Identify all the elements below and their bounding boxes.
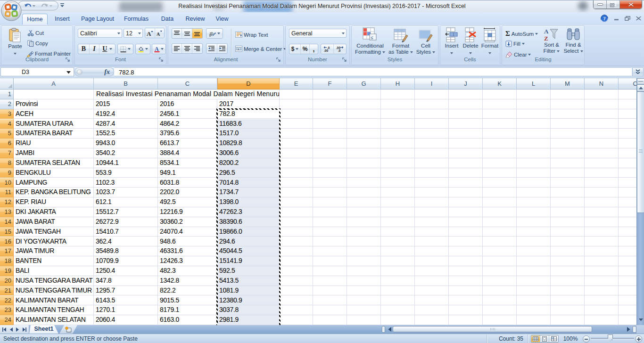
row-header-12[interactable]: 12 <box>0 197 14 207</box>
fill-button[interactable]: Fill <box>505 41 525 47</box>
increase-decimal-button[interactable]: .0 .00 <box>321 44 334 54</box>
cell-A10[interactable]: LAMPUNG <box>14 178 94 188</box>
cell-A15[interactable]: JAWA TENGAH <box>14 227 94 237</box>
cell-B6[interactable]: 9943.0 <box>94 139 158 148</box>
row-header-20[interactable]: 20 <box>0 276 14 286</box>
cell-B1-overflow-text[interactable]: Realisasi Investasi Penanaman Modal Dala… <box>94 90 279 99</box>
cell-A20[interactable]: NUSA TENGGARA BARAT <box>14 276 94 286</box>
cell-A16[interactable]: DI YOGYAKARTA <box>14 237 94 247</box>
cell-A21[interactable]: NUSA TENGGARA TIMUR <box>14 286 94 296</box>
expand-formula-bar-icon[interactable] <box>632 67 644 76</box>
row-header-13[interactable]: 13 <box>0 207 14 217</box>
row-header-3[interactable]: 3 <box>0 109 14 119</box>
cell-C24[interactable]: 6163.0 <box>158 315 217 325</box>
previous-sheet-icon[interactable] <box>9 327 13 332</box>
number-format-combo[interactable]: General <box>289 29 347 38</box>
workbook-minimize-icon[interactable] <box>614 16 619 21</box>
column-header-H[interactable]: H <box>381 78 415 90</box>
column-header-D[interactable]: D <box>217 78 280 90</box>
redo-icon[interactable] <box>41 2 49 9</box>
column-header-O[interactable]: O <box>619 78 636 90</box>
cell-A22[interactable]: KALIMANTAN BARAT <box>14 296 94 306</box>
maximize-restore-button[interactable] <box>607 0 620 8</box>
cell-B5[interactable]: 1552.5 <box>94 129 158 139</box>
bold-button[interactable]: B <box>78 44 90 54</box>
orientation-button[interactable]: ab <box>206 28 223 39</box>
column-header-G[interactable]: G <box>347 78 381 90</box>
cell-B17[interactable]: 35489.8 <box>94 246 158 256</box>
cell-B23[interactable]: 1270.1 <box>94 305 158 315</box>
select-all-corner[interactable] <box>0 78 14 90</box>
cell-A12[interactable]: KEP. RIAU <box>14 197 94 207</box>
horizontal-scroll-thumb[interactable] <box>393 326 592 332</box>
cell-B3[interactable]: 4192.4 <box>94 109 158 119</box>
decrease-decimal-button[interactable]: .00 .0 <box>334 44 346 54</box>
insert-cells-button[interactable]: Insert <box>442 27 461 56</box>
cell-B8[interactable]: 10944.1 <box>94 158 158 168</box>
office-button[interactable] <box>1 0 22 21</box>
workbook-restore-icon[interactable] <box>625 16 630 21</box>
cell-C10[interactable]: 6031.8 <box>158 178 217 188</box>
row-header-18[interactable]: 18 <box>0 256 14 266</box>
sort-filter-button[interactable]: A Z Sort & Filter <box>541 27 562 54</box>
font-dialog-launcher-icon[interactable] <box>159 57 165 63</box>
row-header-22[interactable]: 22 <box>0 296 14 306</box>
autosum-button[interactable]: Σ AutoSum <box>505 30 538 38</box>
align-left-button[interactable] <box>172 44 182 53</box>
percent-style-button[interactable]: % <box>301 44 310 54</box>
comma-style-button[interactable]: , <box>310 44 318 54</box>
copy-button[interactable]: Copy <box>27 40 48 47</box>
tab-page-layout[interactable]: Page Layout <box>76 14 119 24</box>
cell-B2[interactable]: 2015 <box>94 99 158 109</box>
cell-C23[interactable]: 8179.1 <box>158 305 217 315</box>
cell-B18[interactable]: 10709.9 <box>94 256 158 266</box>
top-align-button[interactable] <box>172 29 182 38</box>
row-header-10[interactable]: 10 <box>0 178 14 188</box>
last-sheet-icon[interactable] <box>23 327 26 332</box>
tab-home[interactable]: Home <box>22 14 48 24</box>
cell-C9[interactable]: 949.1 <box>158 168 217 178</box>
fill-color-button[interactable] <box>135 44 150 54</box>
cell-B15[interactable]: 15410.7 <box>94 227 158 237</box>
row-header-15[interactable]: 15 <box>0 227 14 237</box>
align-center-button[interactable] <box>182 44 192 53</box>
italic-button[interactable]: I <box>90 44 100 54</box>
cell-A7[interactable]: JAMBI <box>14 148 94 158</box>
cell-B10[interactable]: 1102.3 <box>94 178 158 188</box>
cell-A23[interactable]: KALIMANTAN TENGAH <box>14 305 94 315</box>
cell-C20[interactable]: 1342.8 <box>158 276 217 286</box>
cell-A13[interactable]: DKI JAKARTA <box>14 207 94 217</box>
normal-view-button[interactable] <box>531 335 540 342</box>
font-size-combo[interactable]: 12 <box>124 29 143 38</box>
cell-B11[interactable]: 1023.7 <box>94 188 158 197</box>
clipboard-dialog-launcher-icon[interactable] <box>66 57 71 63</box>
cell-C21[interactable]: 822.2 <box>158 286 217 296</box>
tab-scrollbar-splitter[interactable] <box>382 326 385 333</box>
cell-A19[interactable]: BALI <box>14 266 94 276</box>
page-layout-view-button[interactable] <box>540 335 549 342</box>
cell-B9[interactable]: 553.9 <box>94 168 158 178</box>
number-dialog-launcher-icon[interactable] <box>342 57 348 63</box>
find-select-button[interactable]: Find & Select <box>562 27 584 54</box>
cell-A11[interactable]: KEP. BANGKA BELITUNG <box>14 188 94 197</box>
row-header-1[interactable]: 1 <box>0 90 14 99</box>
cell-B12[interactable]: 612.1 <box>94 197 158 207</box>
scroll-left-icon[interactable] <box>388 327 391 332</box>
cell-A6[interactable]: RIAU <box>14 139 94 148</box>
column-header-K[interactable]: K <box>483 78 517 90</box>
delete-cells-dropdown-icon[interactable] <box>469 52 472 54</box>
cell-A17[interactable]: JAWA TIMUR <box>14 246 94 256</box>
middle-align-button[interactable] <box>182 29 192 38</box>
cell-A8[interactable]: SUMATERA SELATAN <box>14 158 94 168</box>
cell-grid[interactable]: Provinsi201520162017ACEH4192.42456.1782.… <box>14 90 636 325</box>
column-header-M[interactable]: M <box>551 78 585 90</box>
delete-cells-button[interactable]: Delete <box>461 27 480 56</box>
cell-D2[interactable]: 2017 <box>217 99 280 109</box>
first-sheet-icon[interactable] <box>2 327 6 332</box>
vertical-scroll-thumb[interactable] <box>637 91 644 213</box>
accounting-format-button[interactable]: $ <box>289 44 301 54</box>
cell-C11[interactable]: 2202.0 <box>158 188 217 197</box>
cell-A24[interactable]: KALIMANTAN SELATAN <box>14 315 94 325</box>
wrap-text-button[interactable]: Wrap Text <box>235 32 268 38</box>
cell-B13[interactable]: 15512.7 <box>94 207 158 217</box>
